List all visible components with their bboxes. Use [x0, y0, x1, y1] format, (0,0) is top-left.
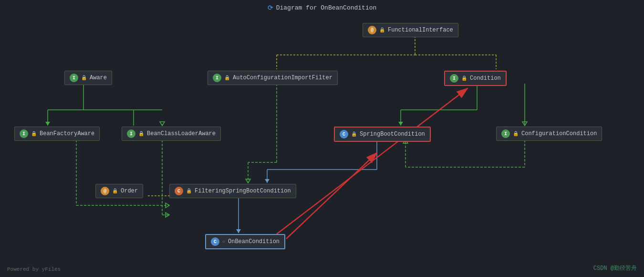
title-icon: ⟳ — [268, 4, 273, 12]
lock-functional-interface: 🔒 — [379, 27, 385, 33]
svg-marker-27 — [265, 179, 270, 183]
svg-marker-21 — [398, 122, 403, 126]
watermark: CSDN @勤径苦舟 — [593, 264, 637, 272]
badge-order: @ — [101, 187, 109, 195]
title-bar: ⟳ Diagram for OnBeanCondition — [268, 4, 377, 12]
svg-line-31 — [277, 88, 467, 234]
node-spring-boot-condition[interactable]: C 🔒 SpringBootCondition — [334, 127, 431, 142]
badge-auto-config: I — [213, 74, 221, 82]
node-on-bean-condition[interactable]: C ○ OnBeanCondition — [205, 234, 285, 249]
label-fsbc: FilteringSpringBootCondition — [195, 188, 291, 194]
node-bean-factory-aware[interactable]: I 🔒 BeanFactoryAware — [14, 127, 100, 141]
svg-marker-39 — [166, 203, 169, 208]
title-text: Diagram for OnBeanCondition — [276, 4, 377, 11]
lock-bcla: 🔒 — [138, 131, 144, 137]
lock-condition: 🔒 — [461, 75, 467, 81]
node-auto-config-filter[interactable]: I 🔒 AutoConfigurationImportFilter — [208, 71, 338, 85]
svg-marker-17 — [246, 179, 250, 183]
node-condition[interactable]: I 🔒 Condition — [444, 71, 507, 86]
badge-cc: I — [501, 129, 510, 138]
label-bfa: BeanFactoryAware — [40, 130, 94, 137]
node-configuration-condition[interactable]: I 🔒 ConfigurationCondition — [496, 127, 602, 141]
badge-bfa: I — [20, 129, 28, 138]
label-functional-interface: FunctionalInterface — [388, 27, 453, 33]
circle-obc: ○ — [222, 239, 225, 245]
node-aware[interactable]: I 🔒 Aware — [64, 71, 112, 85]
lock-aware: 🔒 — [81, 75, 87, 81]
badge-aware: I — [70, 74, 78, 82]
label-cc: ConfigurationCondition — [521, 130, 597, 137]
node-functional-interface[interactable]: @ 🔒 FunctionalInterface — [363, 23, 458, 37]
badge-sbc: C — [340, 130, 348, 138]
label-auto-config: AutoConfigurationImportFilter — [233, 75, 332, 81]
svg-marker-12 — [160, 122, 165, 126]
lock-cc: 🔒 — [513, 131, 519, 137]
svg-marker-8 — [45, 122, 50, 126]
lock-order: 🔒 — [112, 188, 118, 194]
badge-functional-interface: @ — [368, 26, 376, 34]
node-filtering-sbc[interactable]: C 🔒 FilteringSpringBootCondition — [169, 184, 296, 198]
label-bcla: BeanClassLoaderAware — [147, 130, 216, 137]
lock-sbc: 🔒 — [351, 131, 357, 137]
lock-auto-config: 🔒 — [224, 75, 230, 81]
node-order[interactable]: @ 🔒 Order — [95, 184, 143, 198]
svg-line-30 — [286, 153, 377, 239]
label-condition: Condition — [470, 75, 501, 82]
powered-by: Powered by yFiles — [7, 266, 61, 272]
label-obc: OnBeanCondition — [228, 238, 280, 245]
node-bean-classloader-aware[interactable]: I 🔒 BeanClassLoaderAware — [122, 127, 221, 141]
svg-marker-23 — [522, 122, 527, 126]
badge-bcla: I — [127, 129, 135, 138]
label-aware: Aware — [90, 75, 107, 81]
diagram-container: ⟳ Diagram for OnBeanCondition — [0, 0, 644, 277]
svg-marker-29 — [236, 229, 241, 233]
label-order: Order — [121, 188, 138, 194]
badge-condition: I — [450, 74, 458, 83]
svg-marker-42 — [166, 213, 169, 217]
badge-fsbc: C — [175, 187, 183, 195]
badge-obc: C — [211, 237, 219, 246]
lock-bfa: 🔒 — [31, 131, 37, 137]
label-sbc: SpringBootCondition — [360, 131, 425, 138]
lock-fsbc: 🔒 — [186, 188, 192, 194]
